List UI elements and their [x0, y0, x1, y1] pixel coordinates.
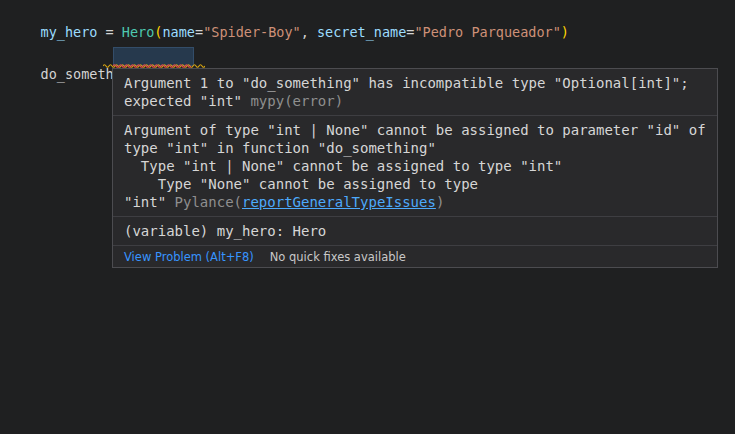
pylance-diagnostic-section: Argument of type "int | None" cannot be …	[113, 115, 717, 216]
mypy-diagnostic-section: Argument 1 to "do_something" has incompa…	[113, 69, 717, 115]
token-string: "Spider-Boy"	[203, 24, 301, 40]
mypy-message-line-2: expected "int" mypy(error)	[124, 92, 706, 110]
token-comma: ,	[301, 24, 317, 40]
pylance-message-line-4: Type "None" cannot be assigned to type	[124, 175, 706, 193]
token-operator: =	[97, 24, 121, 40]
token-equals: =	[195, 24, 203, 40]
token-class-name: Hero	[122, 24, 155, 40]
token-string: "Pedro Parqueador"	[414, 24, 560, 40]
mypy-source-label: mypy(error)	[250, 93, 343, 109]
mypy-message-line-1: Argument 1 to "do_something" has incompa…	[124, 74, 706, 92]
token-param-name: name	[162, 24, 195, 40]
pylance-message-text: "int"	[124, 194, 175, 210]
hover-status-bar: View Problem (Alt+F8) No quick fixes ava…	[113, 245, 717, 267]
pylance-message-line-2: type "int" in function "do_something"	[124, 139, 706, 157]
no-quick-fixes-label: No quick fixes available	[270, 250, 406, 264]
view-problem-link[interactable]: View Problem (Alt+F8)	[124, 250, 254, 264]
pylance-message-line-1: Argument of type "int | None" cannot be …	[124, 121, 706, 139]
report-general-type-issues-link[interactable]: reportGeneralTypeIssues	[242, 194, 436, 210]
hover-tooltip: Argument 1 to "do_something" has incompa…	[112, 68, 718, 268]
pylance-message-line-5: "int" Pylance(reportGeneralTypeIssues)	[124, 193, 706, 211]
editor[interactable]: my_hero = Hero(name="Spider-Boy", secret…	[0, 0, 735, 434]
token-param-name: secret_name	[317, 24, 406, 40]
mypy-message-text: expected "int"	[124, 93, 250, 109]
token-close-paren: )	[561, 24, 569, 40]
pylance-source-label: Pylance(	[175, 194, 242, 210]
variable-info-text: (variable) my_hero: Hero	[124, 222, 706, 240]
pylance-message-line-3: Type "int | None" cannot be assigned to …	[124, 157, 706, 175]
pylance-source-close-paren: )	[436, 194, 444, 210]
token-variable: my_hero	[41, 24, 98, 40]
variable-info-section: (variable) my_hero: Hero	[113, 216, 717, 245]
